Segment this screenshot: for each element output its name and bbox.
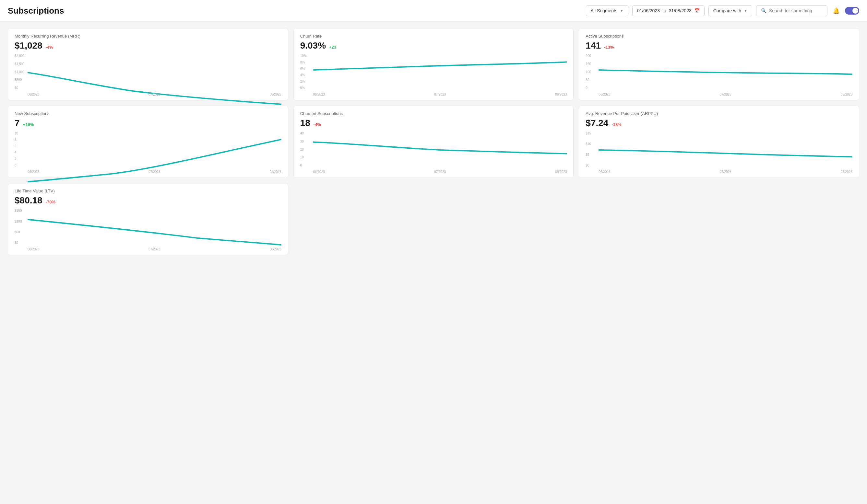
chevron-down-icon: ▼	[620, 9, 623, 13]
chart-ltv: $150$100$50$0 06/202307/202308/2023	[14, 209, 281, 251]
card-title-arppu: Avg. Revenue Per Paid User (ARPPU)	[586, 111, 853, 116]
chart-y-labels-churned: 403020100	[300, 132, 304, 167]
chart-svg-ltv	[28, 209, 281, 262]
theme-toggle[interactable]	[845, 7, 859, 14]
card-value-churned: 18	[300, 118, 310, 128]
chart-active: 200150100500 06/202307/202308/2023	[586, 54, 853, 96]
card-title-active: Active Subscriptions	[586, 34, 853, 39]
card-title-churn: Churn Rate	[300, 34, 567, 39]
chart-y-labels-ltv: $150$100$50$0	[14, 209, 22, 244]
card-badge-ltv: -70%	[46, 199, 55, 205]
card-value-active: 141	[586, 41, 601, 51]
card-value-churn: 9.03%	[300, 41, 326, 51]
card-title-mrr: Monthly Recurring Revenue (MRR)	[14, 34, 281, 39]
chart-churned: 403020100 06/202307/202308/2023	[300, 132, 567, 174]
date-to: 31/08/2023	[669, 8, 692, 13]
chart-x-labels-active: 06/202307/202308/2023	[599, 92, 853, 96]
date-separator: to	[662, 8, 666, 13]
chart-x-labels-mrr: 06/202307/202308/2023	[28, 92, 281, 96]
date-range-picker[interactable]: 01/06/2023 to 31/08/2023 📅	[632, 5, 705, 16]
chart-x-labels-churn: 06/202307/202308/2023	[313, 92, 567, 96]
card-arppu: Avg. Revenue Per Paid User (ARPPU) $7.24…	[579, 106, 859, 178]
chart-y-labels-churn: 10%8%6%4%2%0%	[300, 54, 307, 90]
chart-x-labels-churned: 06/202307/202308/2023	[313, 170, 567, 174]
card-value-ltv: $80.18	[14, 195, 42, 206]
chart-y-labels-mrr: $2,000$1,500$1,000$500$0	[14, 54, 25, 90]
card-value-mrr: $1,028	[14, 41, 42, 51]
chart-svg-active	[599, 54, 853, 107]
card-value-new-subs: 7	[14, 118, 20, 128]
chart-svg-churned	[313, 132, 567, 184]
chart-y-labels-new-subs: 1086420	[14, 132, 18, 167]
chart-x-labels-new-subs: 06/202307/202308/2023	[28, 170, 281, 174]
card-badge-churned: -4%	[313, 122, 321, 127]
search-box[interactable]: 🔍	[756, 5, 827, 16]
compare-label: Compare with	[713, 8, 741, 13]
card-badge-new-subs: +16%	[23, 122, 34, 127]
chart-new-subs: 1086420 06/202307/202308/2023	[14, 132, 281, 174]
card-new-subs: New Subscriptions 7 +16% 1086420 06/2023…	[8, 106, 288, 178]
card-churn: Churn Rate 9.03% +23 10%8%6%4%2%0% 06/20…	[293, 28, 574, 100]
segments-dropdown[interactable]: All Segments ▼	[586, 5, 628, 16]
card-active: Active Subscriptions 141 -13% 2001501005…	[579, 28, 859, 100]
notification-bell[interactable]: 🔔	[831, 6, 841, 15]
card-badge-mrr: -4%	[46, 45, 53, 50]
search-icon: 🔍	[761, 8, 767, 13]
chart-svg-arppu	[599, 132, 853, 184]
card-badge-churn: +23	[329, 45, 336, 50]
card-badge-arppu: -18%	[611, 122, 621, 127]
calendar-icon: 📅	[694, 8, 700, 13]
card-ltv: Life Time Value (LTV) $80.18 -70% $150$1…	[8, 183, 288, 255]
search-input[interactable]	[769, 8, 823, 13]
card-churned: Churned Subscriptions 18 -4% 403020100 0…	[293, 106, 574, 178]
chart-svg-churn	[313, 54, 567, 107]
chart-arppu: $15$10$5$0 06/202307/202308/2023	[586, 132, 853, 174]
chart-x-labels-arppu: 06/202307/202308/2023	[599, 170, 853, 174]
chevron-down-icon-compare: ▼	[744, 9, 747, 13]
chart-churn: 10%8%6%4%2%0% 06/202307/202308/2023	[300, 54, 567, 96]
card-badge-active: -13%	[604, 45, 614, 50]
card-title-churned: Churned Subscriptions	[300, 111, 567, 116]
card-title-ltv: Life Time Value (LTV)	[14, 188, 281, 193]
segments-label: All Segments	[591, 8, 617, 13]
page-title: Subscriptions	[8, 6, 64, 16]
chart-svg-new-subs	[28, 132, 281, 184]
card-title-new-subs: New Subscriptions	[14, 111, 281, 116]
chart-y-labels-arppu: $15$10$5$0	[586, 132, 591, 167]
chart-x-labels-ltv: 06/202307/202308/2023	[28, 248, 281, 251]
chart-mrr: $2,000$1,500$1,000$500$0 06/202307/20230…	[14, 54, 281, 96]
chart-svg-mrr	[28, 54, 281, 107]
card-value-arppu: $7.24	[586, 118, 608, 128]
date-from: 01/06/2023	[637, 8, 660, 13]
chart-y-labels-active: 200150100500	[586, 54, 591, 90]
compare-dropdown[interactable]: Compare with ▼	[708, 5, 752, 16]
card-mrr: Monthly Recurring Revenue (MRR) $1,028 -…	[8, 28, 288, 100]
